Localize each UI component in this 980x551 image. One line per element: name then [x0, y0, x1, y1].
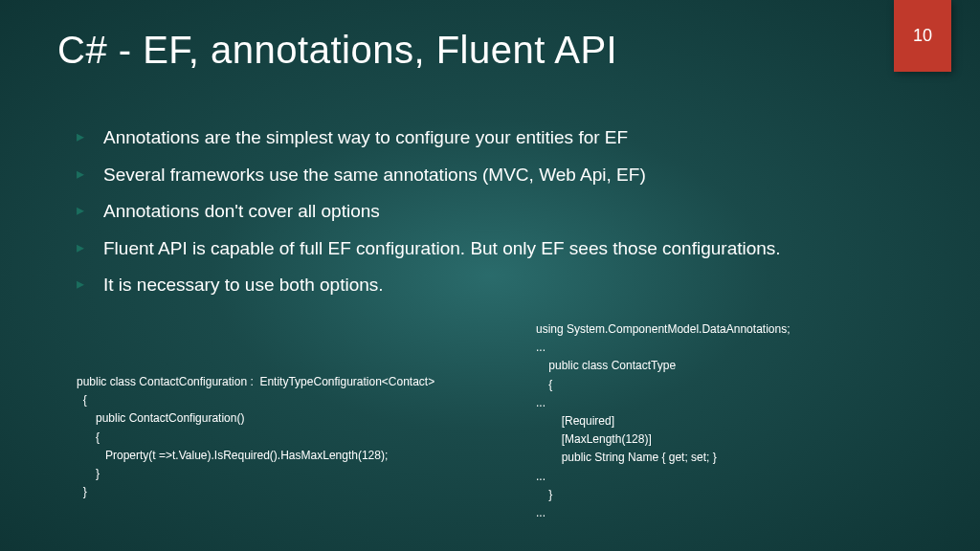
code-snippet-annotations: using System.ComponentModel.DataAnnotati…	[536, 320, 790, 522]
slide-number-badge: 10	[894, 0, 951, 72]
slide-title: C# - EF, annotations, Fluent API	[57, 29, 617, 72]
bullet-list: Annotations are the simplest way to conf…	[77, 124, 890, 309]
bullet-item: Fluent API is capable of full EF configu…	[77, 235, 890, 263]
bullet-item: Annotations are the simplest way to conf…	[77, 124, 890, 152]
bullet-item: It is necessary to use both options.	[77, 272, 890, 299]
bullet-item: Annotations don't cover all options	[77, 198, 890, 226]
bullet-item: Several frameworks use the same annotati…	[77, 162, 890, 189]
code-snippet-fluent-api: public class ContactConfiguration : Enti…	[77, 373, 434, 501]
slide-number: 10	[913, 26, 932, 46]
